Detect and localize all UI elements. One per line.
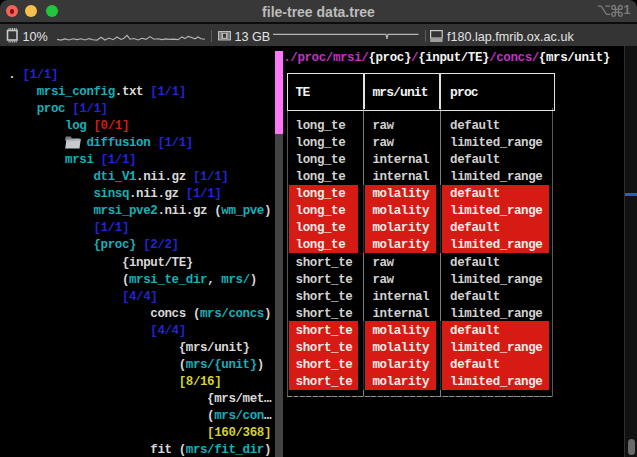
svg-text:1: 1 (624, 3, 631, 17)
